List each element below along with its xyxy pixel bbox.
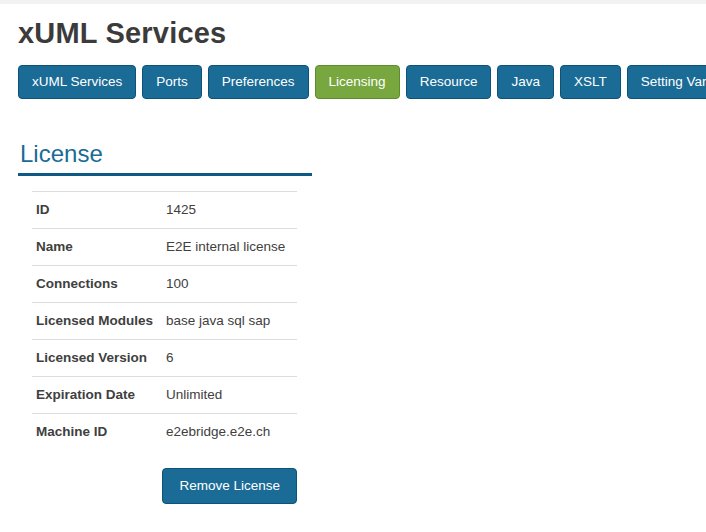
tab-bar: xUML ServicesPortsPreferencesLicensingRe… [18, 65, 706, 99]
license-row: Name E2E internal license [32, 228, 297, 265]
license-row: Machine ID e2ebridge.e2e.ch [32, 413, 297, 450]
license-row-label: ID [32, 202, 166, 217]
license-row-label: Licensed Version [32, 350, 166, 365]
page-title: xUML Services [18, 17, 706, 50]
license-row-value: 100 [166, 276, 189, 291]
license-row: Licensed Version 6 [32, 339, 297, 376]
license-row: ID 1425 [32, 191, 297, 228]
tab-setting-variables[interactable]: Setting Variables [627, 65, 706, 99]
license-section-heading: License [20, 140, 312, 168]
license-table: ID 1425 Name E2E internal license Connec… [32, 191, 297, 450]
license-section-header: License [18, 140, 312, 176]
license-row-label: Connections [32, 276, 166, 291]
tab-xslt[interactable]: XSLT [560, 65, 621, 99]
tab-preferences[interactable]: Preferences [208, 65, 309, 99]
tab-resource[interactable]: Resource [406, 65, 492, 99]
license-row-value: E2E internal license [166, 239, 285, 254]
license-actions: Remove License [32, 468, 297, 504]
page-content: xUML Services xUML ServicesPortsPreferen… [0, 4, 706, 504]
license-row-label: Expiration Date [32, 387, 166, 402]
license-row-label: Machine ID [32, 424, 166, 439]
license-row-label: Name [32, 239, 166, 254]
tab-ports[interactable]: Ports [142, 65, 202, 99]
license-row: Expiration Date Unlimited [32, 376, 297, 413]
license-row: Licensed Modules base java sql sap [32, 302, 297, 339]
tab-xuml-services[interactable]: xUML Services [18, 65, 136, 99]
license-row-value: e2ebridge.e2e.ch [166, 424, 270, 439]
license-row-label: Licensed Modules [32, 313, 166, 328]
license-row: Connections 100 [32, 265, 297, 302]
license-row-value: base java sql sap [166, 313, 270, 328]
license-row-value: Unlimited [166, 387, 222, 402]
tab-java[interactable]: Java [497, 65, 554, 99]
license-row-value: 6 [166, 350, 174, 365]
tab-licensing[interactable]: Licensing [315, 65, 400, 99]
remove-license-button[interactable]: Remove License [162, 468, 297, 504]
license-row-value: 1425 [166, 202, 196, 217]
